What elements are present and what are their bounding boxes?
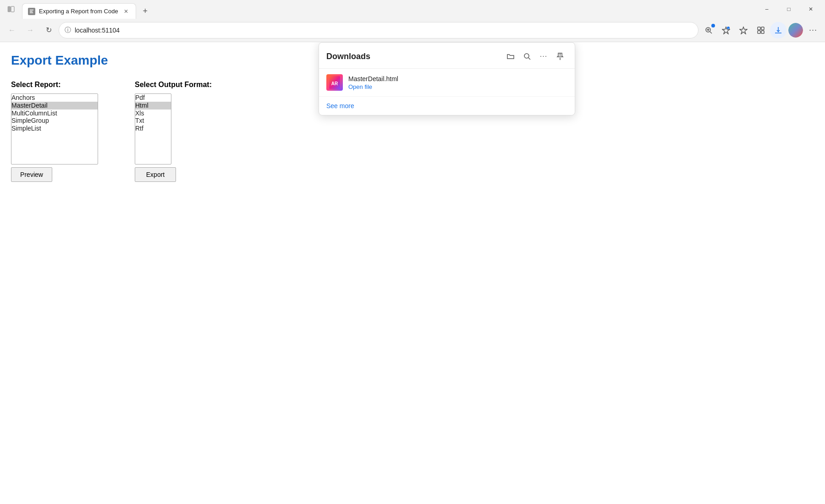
svg-line-7 <box>710 32 712 33</box>
maximize-button[interactable]: □ <box>778 2 799 16</box>
download-button[interactable] <box>770 22 786 38</box>
browser-window: Exporting a Report from Code ✕ + – □ ✕ ←… <box>0 0 825 504</box>
url-text: localhost:51104 <box>75 27 693 34</box>
report-selector-group: Select Report: Anchors MasterDetail Mult… <box>11 81 98 182</box>
svg-rect-5 <box>30 12 33 13</box>
report-option-masterdetail[interactable]: MasterDetail <box>11 102 98 110</box>
title-bar: Exporting a Report from Code ✕ + – □ ✕ <box>0 0 825 18</box>
format-option-txt[interactable]: Txt <box>135 117 171 125</box>
export-button[interactable]: Export <box>135 167 176 182</box>
file-info: MasterDetail.html Open file <box>348 75 567 90</box>
url-bar[interactable]: ⓘ localhost:51104 <box>59 22 698 38</box>
svg-rect-0 <box>8 6 11 12</box>
svg-rect-16 <box>758 31 760 33</box>
window-controls-left <box>4 2 18 16</box>
downloads-open-folder-button[interactable] <box>503 49 518 64</box>
svg-rect-1 <box>11 6 14 12</box>
downloads-search-button[interactable] <box>520 49 534 64</box>
svg-rect-14 <box>758 27 760 30</box>
svg-rect-3 <box>30 10 33 11</box>
new-tab-button[interactable]: + <box>138 4 153 18</box>
forward-button[interactable]: → <box>22 22 38 38</box>
downloads-title: Downloads <box>326 52 503 61</box>
refresh-button[interactable]: ↻ <box>40 22 57 38</box>
tabs-area: Exporting a Report from Code ✕ + <box>22 0 756 18</box>
svg-rect-15 <box>761 27 764 30</box>
downloads-header-actions: ··· <box>503 49 567 64</box>
svg-point-19 <box>524 54 529 58</box>
downloads-pin-button[interactable] <box>553 49 567 64</box>
svg-marker-13 <box>740 27 747 34</box>
downloads-more-button[interactable]: ··· <box>536 49 551 64</box>
profile-avatar[interactable] <box>787 22 804 38</box>
format-listbox[interactable]: Pdf Html Xls Txt Rtf <box>135 93 171 164</box>
see-more-link[interactable]: See more <box>319 97 575 115</box>
back-button[interactable]: ← <box>4 22 20 38</box>
user-avatar <box>788 23 803 38</box>
minimize-button[interactable]: – <box>756 2 777 16</box>
format-option-pdf[interactable]: Pdf <box>135 94 171 102</box>
report-option-simplelist[interactable]: SimpleList <box>11 125 98 132</box>
svg-line-20 <box>528 58 530 60</box>
report-option-simplegroup[interactable]: SimpleGroup <box>11 117 98 125</box>
toolbar-icons: + <box>700 22 821 38</box>
format-option-html[interactable]: Html <box>135 102 171 110</box>
format-selector-group: Select Output Format: Pdf Html Xls Txt R… <box>135 81 212 182</box>
report-listbox[interactable]: Anchors MasterDetail MultiColumnList Sim… <box>11 93 98 164</box>
menu-button[interactable]: ··· <box>805 22 821 38</box>
svg-rect-4 <box>30 11 33 12</box>
svg-rect-17 <box>761 31 764 33</box>
downloads-item: AR MasterDetail.html Open file <box>319 69 575 97</box>
svg-text:AR: AR <box>331 81 338 86</box>
zoom-badge <box>711 24 715 27</box>
tab-title: Exporting a Report from Code <box>39 8 118 15</box>
sidebar-toggle-button[interactable] <box>4 2 18 16</box>
file-icon: AR <box>326 74 343 91</box>
favorites-button[interactable]: + <box>718 22 734 38</box>
share-button[interactable] <box>753 22 769 38</box>
format-option-xls[interactable]: Xls <box>135 110 171 117</box>
address-bar: ← → ↻ ⓘ localhost:51104 <box>0 18 825 42</box>
tab-close-button[interactable]: ✕ <box>122 7 130 16</box>
avatar-image <box>788 23 803 38</box>
collections-button[interactable] <box>735 22 752 38</box>
svg-text:+: + <box>728 27 729 30</box>
page-content: Export Example Select Report: Anchors Ma… <box>0 42 825 504</box>
file-name: MasterDetail.html <box>348 75 567 82</box>
select-report-label: Select Report: <box>11 81 98 89</box>
select-format-label: Select Output Format: <box>135 81 212 89</box>
url-info-icon: ⓘ <box>65 26 71 34</box>
zoom-button[interactable] <box>700 22 717 38</box>
close-button[interactable]: ✕ <box>800 2 821 16</box>
report-option-anchors[interactable]: Anchors <box>11 94 98 102</box>
tab-favicon <box>28 8 35 15</box>
preview-button[interactable]: Preview <box>11 167 52 182</box>
active-tab[interactable]: Exporting a Report from Code ✕ <box>22 3 136 19</box>
downloads-panel: Downloads ··· <box>319 42 575 115</box>
format-option-rtf[interactable]: Rtf <box>135 125 171 132</box>
open-file-link[interactable]: Open file <box>348 83 567 90</box>
window-controls-right: – □ ✕ <box>756 2 821 16</box>
report-option-multicolumnlist[interactable]: MultiColumnList <box>11 110 98 117</box>
downloads-header: Downloads ··· <box>319 43 575 69</box>
